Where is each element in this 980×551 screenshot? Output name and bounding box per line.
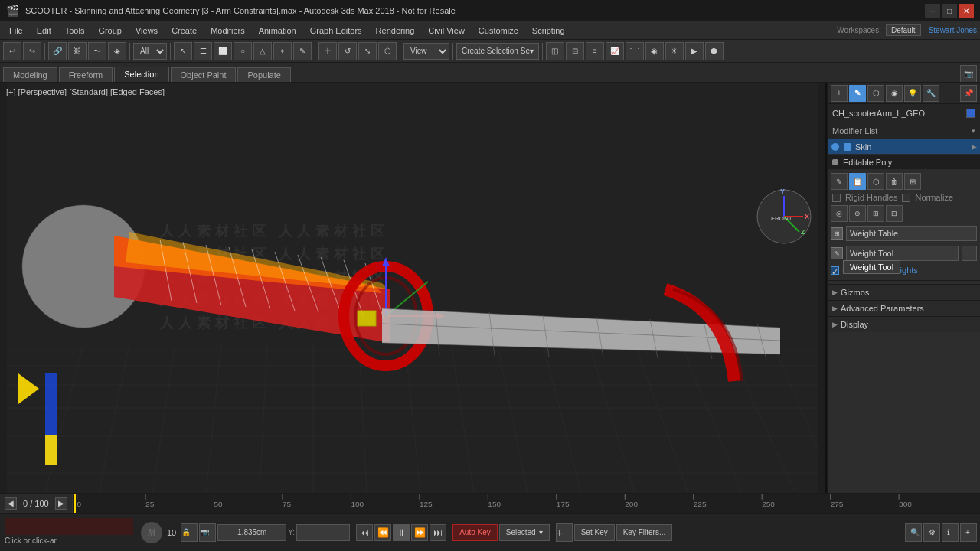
sub-btn-properties[interactable]: ⊞ [904, 173, 921, 190]
paint-blend-checkbox[interactable]: ✓ [831, 266, 839, 275]
menu-civil-view[interactable]: Civil View [422, 24, 470, 37]
menu-graph-editors[interactable]: Graph Editors [304, 24, 368, 37]
tab-object-paint[interactable]: Object Paint [171, 67, 237, 82]
info-button[interactable]: ℹ [942, 523, 959, 542]
layer-manager-button[interactable]: ≡ [586, 42, 604, 60]
menu-group[interactable]: Group [92, 24, 128, 37]
tab-modeling[interactable]: Modeling [3, 67, 57, 82]
modifier-list-header[interactable]: Modifier List ▾ [828, 122, 980, 139]
mirror-button[interactable]: ◫ [546, 42, 564, 60]
weight-tool-dots[interactable]: ... [962, 246, 977, 261]
selected-dropdown[interactable]: Selected ▾ [499, 524, 550, 541]
bone-btn-1[interactable]: ◎ [831, 205, 848, 222]
minimize-button[interactable]: ─ [925, 4, 940, 18]
fence-select-button[interactable]: △ [253, 42, 272, 60]
modifier-item-skin[interactable]: Skin ▶ [828, 139, 980, 155]
close-button[interactable]: ✕ [959, 4, 974, 18]
select-place-button[interactable]: ⬡ [378, 42, 397, 60]
maximize-button[interactable]: □ [942, 4, 957, 18]
weight-tool-button[interactable]: Weight Tool [846, 246, 959, 261]
modifier-eye-icon[interactable] [831, 142, 840, 152]
select-scale-button[interactable]: ⤡ [358, 42, 377, 60]
gizmos-header[interactable]: ▶ Gizmos [828, 285, 980, 300]
menu-rendering[interactable]: Rendering [370, 24, 421, 37]
set-key-button[interactable]: Set Key [574, 524, 615, 541]
playback-prev-frame[interactable]: ⏪ [374, 524, 391, 541]
filter-dropdown[interactable]: All [133, 43, 167, 60]
select-rotate-button[interactable]: ↺ [338, 42, 357, 60]
plus-button[interactable]: + [960, 523, 977, 542]
render-setup-button[interactable]: ☀ [665, 42, 684, 60]
add-time-tag-button[interactable]: + [556, 523, 573, 542]
curve-editor-button[interactable]: 📈 [606, 42, 624, 60]
selection-filter-button[interactable]: ◈ [108, 42, 126, 60]
modifier-expand-icon[interactable]: ▶ [972, 143, 977, 151]
motion-panel-button[interactable]: ◉ [886, 85, 903, 102]
menu-animation[interactable]: Animation [253, 24, 302, 37]
link-button[interactable]: 🔗 [48, 42, 67, 60]
normalize-checkbox[interactable] [902, 194, 910, 202]
bone-btn-2[interactable]: ⊕ [849, 205, 866, 222]
sub-btn-paint[interactable]: ✎ [831, 173, 848, 190]
sub-btn-remove[interactable]: 🗑 [886, 173, 903, 190]
modifier-poly-eye-icon[interactable] [831, 158, 840, 167]
rigid-handles-checkbox[interactable] [832, 194, 841, 202]
menu-tools[interactable]: Tools [59, 24, 91, 37]
menu-edit[interactable]: Edit [31, 24, 57, 37]
workspace-dropdown[interactable]: Default [886, 24, 921, 36]
rect-select-button[interactable]: ⬜ [214, 42, 232, 60]
playback-goto-start[interactable]: ⏮ [356, 524, 373, 541]
bone-btn-4[interactable]: ⊟ [886, 205, 903, 222]
timeline-next-button[interactable]: ▶ [55, 497, 67, 510]
tab-populate[interactable]: Populate [237, 67, 290, 82]
tab-freeform[interactable]: Freeform [59, 67, 113, 82]
display-panel-button[interactable]: 💡 [904, 85, 921, 102]
menu-create[interactable]: Create [165, 24, 203, 37]
tab-selection[interactable]: Selection [114, 67, 168, 82]
display-header[interactable]: ▶ Display [828, 317, 980, 332]
playback-play-pause[interactable]: ⏸ [393, 524, 410, 541]
schematic-view-button[interactable]: ⋮⋮ [626, 42, 644, 60]
select-by-name-button[interactable]: ☰ [194, 42, 212, 60]
paint-select-button[interactable]: ✎ [293, 42, 312, 60]
timeline-ruler[interactable]: 0 25 50 75 100 125 150 175 200 225 250 2… [72, 494, 980, 513]
weight-table-button[interactable]: Weight Table [846, 226, 977, 241]
undo-button[interactable]: ↩ [3, 42, 21, 60]
pin-stack-button[interactable]: 📌 [960, 85, 977, 102]
auto-key-button[interactable]: Auto Key [452, 524, 498, 541]
bone-btn-3[interactable]: ⊞ [867, 205, 884, 222]
timeline-prev-button[interactable]: ◀ [5, 497, 17, 510]
object-color-swatch[interactable] [966, 109, 975, 118]
viewport[interactable]: [+] [Perspective] [Standard] [Edged Face… [0, 83, 827, 493]
menu-views[interactable]: Views [129, 24, 164, 37]
menu-scripting[interactable]: Scripting [526, 24, 571, 37]
sub-btn-crosssection[interactable]: ⬡ [867, 173, 884, 190]
view-dropdown[interactable]: View [403, 43, 449, 60]
select-move-button[interactable]: ✛ [318, 42, 337, 60]
advanced-parameters-header[interactable]: ▶ Advanced Parameters [828, 301, 980, 316]
utilities-panel-button[interactable]: 🔧 [923, 85, 939, 102]
sub-btn-envelope[interactable]: 📋 [849, 173, 866, 190]
render-frame-button[interactable]: ▶ [685, 42, 704, 60]
align-button[interactable]: ⊟ [566, 42, 584, 60]
unlink-button[interactable]: ⛓ [68, 42, 87, 60]
menu-modifiers[interactable]: Modifiers [204, 24, 251, 37]
search-button[interactable]: 🔍 [905, 523, 922, 542]
bind-space-warp-button[interactable]: 〜 [88, 42, 106, 60]
playback-goto-end[interactable]: ⏭ [430, 524, 446, 541]
menu-customize[interactable]: Customize [472, 24, 524, 37]
material-editor-button[interactable]: ◉ [645, 42, 664, 60]
cam-button[interactable]: 📷 [199, 523, 216, 542]
key-filters-button[interactable]: Key Filters... [616, 524, 673, 541]
select-object-button[interactable]: ↖ [174, 42, 192, 60]
menu-file[interactable]: File [3, 24, 29, 37]
user-menu[interactable]: Stewart Jones [929, 26, 977, 34]
create-selection-set[interactable]: Create Selection Se▾ [456, 43, 539, 60]
lock-button[interactable]: 🔒 [181, 523, 198, 542]
create-panel-button[interactable]: + [831, 85, 848, 102]
settings-button[interactable]: ⚙ [923, 523, 940, 542]
modifier-item-editable-poly[interactable]: Editable Poly [828, 155, 980, 170]
playback-next-frame[interactable]: ⏩ [411, 524, 428, 541]
redo-button[interactable]: ↪ [23, 42, 41, 60]
weight-table-icon[interactable]: ⊞ [831, 227, 843, 240]
